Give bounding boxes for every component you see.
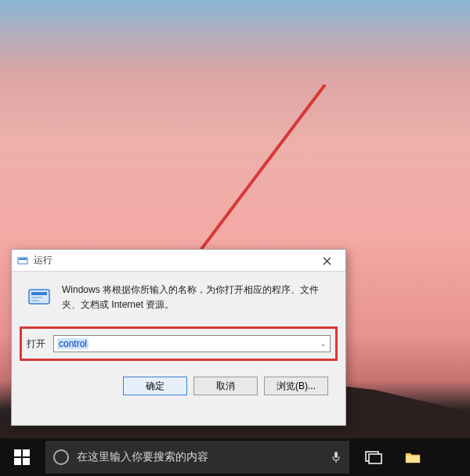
- svg-rect-8: [31, 297, 42, 298]
- file-explorer-icon[interactable]: [395, 438, 431, 476]
- dialog-description: Windows 将根据你所输入的名称，为你打开相应的程序、文件夹、文档或 Int…: [62, 283, 331, 312]
- svg-rect-13: [23, 458, 30, 465]
- svg-rect-18: [406, 456, 420, 463]
- search-box[interactable]: 在这里输入你要搜索的内容: [45, 441, 349, 474]
- run-dialog: 运行 Windows 将根据你所输入的名称，为你打开相应的程序、文件夹、文档或 …: [11, 249, 346, 426]
- svg-rect-7: [31, 292, 47, 295]
- browse-button[interactable]: 浏览(B)...: [264, 377, 328, 395]
- cortana-icon[interactable]: [53, 449, 69, 465]
- svg-rect-10: [14, 449, 21, 456]
- run-large-icon: [26, 284, 52, 311]
- open-label: 打开: [27, 337, 45, 351]
- close-button[interactable]: [311, 251, 342, 270]
- ok-button[interactable]: 确定: [123, 377, 187, 395]
- svg-rect-17: [369, 454, 381, 463]
- svg-rect-14: [334, 452, 338, 458]
- titlebar[interactable]: 运行: [12, 250, 345, 272]
- chevron-down-icon[interactable]: ⌄: [320, 340, 327, 348]
- open-input-value[interactable]: control: [57, 338, 89, 349]
- svg-rect-12: [14, 458, 21, 465]
- svg-rect-11: [23, 449, 30, 456]
- open-combobox[interactable]: control ⌄: [53, 335, 331, 352]
- svg-rect-9: [31, 300, 39, 301]
- search-placeholder: 在这里输入你要搜索的内容: [77, 450, 323, 464]
- input-highlight-box: 打开 control ⌄: [20, 326, 338, 361]
- run-dialog-icon: [16, 254, 29, 267]
- taskbar: 在这里输入你要搜索的内容: [0, 438, 470, 476]
- dialog-title: 运行: [34, 254, 52, 267]
- cancel-button[interactable]: 取消: [193, 377, 258, 395]
- task-view-icon[interactable]: [356, 438, 392, 476]
- microphone-icon[interactable]: [331, 450, 342, 464]
- start-button[interactable]: [0, 438, 44, 476]
- svg-rect-3: [19, 258, 27, 260]
